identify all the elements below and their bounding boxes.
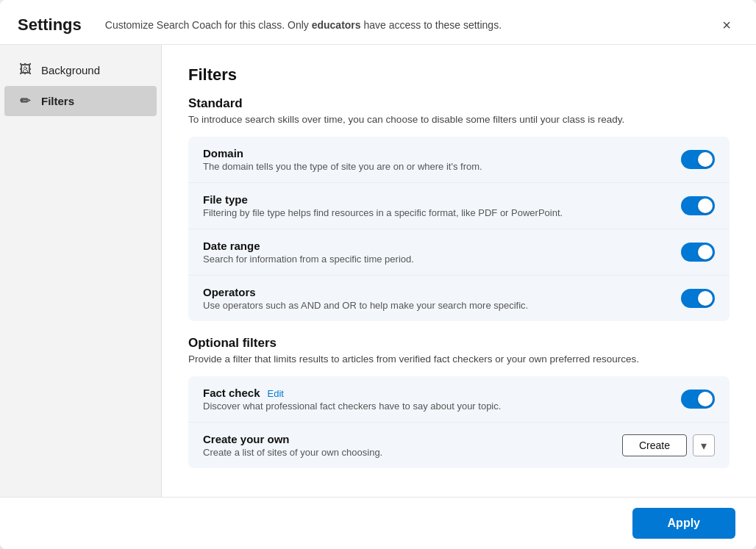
optional-filters-card: Fact check Edit Discover what profession… <box>188 376 730 468</box>
sidebar-item-background-label: Background <box>41 64 100 76</box>
filter-row-operators: Operators Use operators such as AND and … <box>188 276 730 321</box>
create-row-right: Create ▾ <box>622 434 715 456</box>
chevron-down-icon: ▾ <box>701 439 707 453</box>
filter-name-createown: Create your own <box>203 433 622 445</box>
filter-info-daterange: Date range Search for information from a… <box>203 240 669 265</box>
dialog-title: Settings <box>18 15 82 35</box>
filter-row-daterange: Date range Search for information from a… <box>188 229 730 276</box>
filter-info-createown: Create your own Create a list of sites o… <box>203 433 622 458</box>
chevron-down-button[interactable]: ▾ <box>693 434 715 456</box>
create-button[interactable]: Create <box>622 434 687 456</box>
filter-row-createown: Create your own Create a list of sites o… <box>188 423 730 468</box>
filter-name-daterange: Date range <box>203 240 669 252</box>
filter-desc-domain: The domain tells you the type of site yo… <box>203 161 669 172</box>
filter-name-factcheck: Fact check <box>203 387 260 399</box>
optional-section: Optional filters Provide a filter that l… <box>188 336 730 468</box>
close-button[interactable]: × <box>715 13 738 37</box>
page-title: Filters <box>188 65 730 85</box>
filter-desc-operators: Use operators such as AND and OR to help… <box>203 300 669 311</box>
filter-name-domain: Domain <box>203 147 669 159</box>
toggle-domain[interactable] <box>681 150 715 169</box>
sidebar: 🖼 Background ✏ Filters <box>0 45 162 497</box>
filter-name-filetype: File type <box>203 193 669 206</box>
dialog-subtitle: Customize Search Coach for this class. O… <box>105 19 715 31</box>
sidebar-item-background[interactable]: 🖼 Background <box>4 55 157 85</box>
toggle-factcheck[interactable] <box>681 390 715 409</box>
main-content: Filters Standard To introduce search ski… <box>162 45 756 497</box>
sidebar-item-filters[interactable]: ✏ Filters <box>4 86 157 116</box>
filter-info-domain: Domain The domain tells you the type of … <box>203 147 669 172</box>
filter-desc-daterange: Search for information from a specific t… <box>203 254 669 265</box>
toggle-filetype[interactable] <box>681 196 715 215</box>
dialog-footer: Apply <box>0 497 756 549</box>
optional-title: Optional filters <box>188 336 730 351</box>
filter-info-operators: Operators Use operators such as AND and … <box>203 286 669 311</box>
fact-check-name-row: Fact check Edit <box>203 387 669 401</box>
apply-button[interactable]: Apply <box>632 508 735 539</box>
filter-row-filetype: File type Filtering by file type helps f… <box>188 183 730 229</box>
edit-factcheck-link[interactable]: Edit <box>268 388 284 399</box>
background-icon: 🖼 <box>18 62 32 77</box>
toggle-operators[interactable] <box>681 289 715 308</box>
filter-info-filetype: File type Filtering by file type helps f… <box>203 193 669 218</box>
settings-dialog: Settings Customize Search Coach for this… <box>0 0 756 549</box>
toggle-daterange[interactable] <box>681 243 715 262</box>
dialog-body: 🖼 Background ✏ Filters Filters Standard … <box>0 45 756 497</box>
subtitle-end: have access to these settings. <box>361 19 502 31</box>
subtitle-text: Customize Search Coach for this class. O… <box>105 19 312 31</box>
filter-desc-createown: Create a list of sites of your own choos… <box>203 447 622 458</box>
filters-icon: ✏ <box>18 93 32 109</box>
standard-filters-card: Domain The domain tells you the type of … <box>188 137 730 321</box>
dialog-header: Settings Customize Search Coach for this… <box>0 0 756 45</box>
optional-desc: Provide a filter that limits results to … <box>188 354 730 365</box>
subtitle-bold: educators <box>312 19 361 31</box>
standard-title: Standard <box>188 96 730 111</box>
sidebar-item-filters-label: Filters <box>41 95 74 107</box>
filter-row-factcheck: Fact check Edit Discover what profession… <box>188 376 730 423</box>
filter-info-factcheck: Fact check Edit Discover what profession… <box>203 387 669 412</box>
filter-row-domain: Domain The domain tells you the type of … <box>188 137 730 183</box>
filter-desc-factcheck: Discover what professional fact checkers… <box>203 401 669 412</box>
standard-desc: To introduce search skills over time, yo… <box>188 114 730 125</box>
filter-name-operators: Operators <box>203 286 669 298</box>
filter-desc-filetype: Filtering by file type helps find resour… <box>203 207 669 218</box>
